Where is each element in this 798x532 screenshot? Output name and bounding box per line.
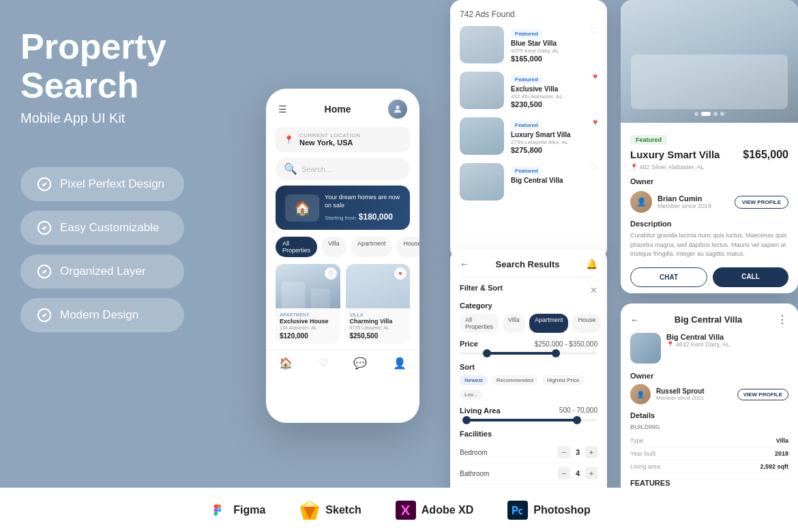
detail2-header: ← Big Central Villa ⋮: [630, 313, 788, 326]
listing-tag-3: Featured: [511, 166, 542, 175]
property-detail-panel: Featured Luxury Smart Villa $165,000 📍 4…: [621, 0, 798, 293]
tab-all-properties[interactable]: All Properties: [276, 237, 317, 257]
sort-newest[interactable]: Newest: [460, 375, 488, 385]
sort-recommended[interactable]: Recommended: [492, 375, 538, 385]
listing-heart-1[interactable]: ♥: [593, 72, 597, 81]
living-slider-right[interactable]: [573, 416, 581, 424]
bathroom-minus[interactable]: −: [558, 467, 570, 479]
home-nav-icon[interactable]: 🏠: [279, 357, 293, 370]
photoshop-icon: [507, 500, 528, 520]
living-area-slider[interactable]: [460, 419, 597, 422]
bathroom-label: Bathroom: [460, 470, 489, 477]
prop-card-name-1: Charming Villa: [350, 318, 407, 325]
chat-button[interactable]: CHAT: [630, 267, 707, 287]
detail2-menu-icon[interactable]: ⋮: [777, 313, 788, 326]
property-card-1[interactable]: ♥ VILLA Charming Villa 4735 Lafayette, A…: [346, 264, 411, 344]
listing-card-2[interactable]: Featured Luxury Smart Villa 2734 Lafayet…: [460, 117, 597, 155]
feature-pill-layer: Organized Layer: [20, 254, 184, 289]
detail2-view-profile-button[interactable]: VIEW PROFILE: [737, 389, 788, 400]
detail2-owner-label: Owner: [630, 372, 788, 380]
listing-card-1[interactable]: Featured Exclusive Villa 432 4th Alabast…: [460, 72, 597, 109]
detail2-owner-row: 👤 Russell Sprout Member since 2021 VIEW …: [630, 384, 788, 404]
location-bar[interactable]: 📍 CURRENT LOCATION New York, USA: [276, 127, 410, 152]
bedroom-facility: Bedroom − 3 +: [460, 442, 597, 463]
detail-address: 📍 482 Silver Alabaster, AL: [630, 164, 788, 171]
cat-all[interactable]: All Properties: [460, 314, 499, 333]
category-label: Category: [460, 301, 597, 310]
detail2-back-icon[interactable]: ←: [630, 314, 640, 325]
favorites-nav-icon[interactable]: ♡: [319, 357, 328, 370]
property-card-0[interactable]: ♡ APARTMENT Exclusive House 134 Alabaste…: [276, 264, 340, 344]
bedroom-minus[interactable]: −: [558, 446, 570, 458]
back-icon[interactable]: ←: [460, 258, 469, 269]
photoshop-label: Photoshop: [533, 504, 591, 516]
listing-heart-3[interactable]: ♡: [590, 163, 597, 173]
bathroom-plus[interactable]: +: [585, 467, 597, 479]
action-buttons: CHAT CALL: [630, 267, 788, 287]
bathroom-facility: Bathroom − 4 +: [460, 463, 597, 484]
user-avatar[interactable]: [388, 100, 407, 119]
owner-row: 👤 Brian Cumin Member since 2019 VIEW PRO…: [630, 191, 788, 213]
detail-property-name: Luxury Smart Villa: [630, 149, 720, 160]
cat-villa[interactable]: Villa: [503, 314, 525, 333]
filter-header: ← Search Results 🔔: [460, 258, 597, 269]
feature-pill-pixel: Pixel Perfext Design: [20, 167, 184, 201]
prop-card-addr-0: 134 Alabaster, AL: [280, 325, 336, 330]
view-profile-button[interactable]: VIEW PROFILE: [735, 196, 788, 209]
price-slider[interactable]: [460, 352, 597, 355]
listing-img-3: [460, 163, 504, 201]
prop-heart-0[interactable]: ♡: [325, 267, 337, 280]
banner-text: Your dream homes are now on sale: [325, 194, 400, 209]
prop-card-type-1: VILLA: [350, 312, 407, 317]
search-bar[interactable]: 🔍 Search...: [276, 158, 410, 180]
phone-header-title: Home: [325, 104, 351, 115]
detail2-owner-name: Russell Sprout: [656, 387, 705, 395]
listings-panel: 742 Ads Found Featured Blue Star Villa 4…: [450, 0, 607, 259]
listing-card-3[interactable]: Featured Big Central Villa ♡: [460, 163, 597, 201]
sub-title: Mobile App UI Kit: [20, 110, 252, 126]
call-button[interactable]: CALL: [713, 267, 788, 287]
messages-nav-icon[interactable]: 💬: [353, 357, 367, 370]
listing-info-2: Featured Luxury Smart Villa 2734 Lafayet…: [511, 117, 586, 154]
profile-nav-icon[interactable]: 👤: [393, 357, 407, 370]
price-section: Price $250,000 - $350,000: [460, 340, 597, 348]
bathroom-counter: − 4 +: [558, 467, 597, 479]
price-slider-left[interactable]: [483, 349, 491, 357]
feature-label-pixel: Pixel Perfext Design: [60, 177, 164, 191]
sort-highest[interactable]: Highest Price: [542, 375, 585, 385]
sort-label: Sort: [460, 363, 597, 371]
listing-tag-1: Featured: [511, 75, 542, 84]
year-value: 2018: [775, 450, 788, 457]
tab-house[interactable]: House: [396, 237, 419, 257]
living-slider-left[interactable]: [462, 416, 471, 424]
prop-card-price-0: $120,000: [280, 332, 336, 340]
bedroom-plus[interactable]: +: [585, 446, 597, 458]
listing-price-2: $275,800: [511, 146, 586, 154]
living-area-label: Living Area: [460, 407, 501, 415]
listing-name-0: Blue Star Villa: [511, 40, 583, 47]
price-slider-right[interactable]: [552, 349, 560, 357]
tab-villa[interactable]: Villa: [321, 237, 346, 257]
sort-lowest[interactable]: Lov...: [460, 389, 482, 400]
bathroom-count: 4: [576, 469, 580, 477]
listing-tag-0: Featured: [511, 29, 542, 38]
listing-heart-0[interactable]: ♡: [590, 26, 597, 35]
listing-name-3: Big Central Villa: [511, 177, 583, 184]
feature-pills-list: Pixel Perfext Design Easy Customizable O…: [20, 167, 252, 332]
check-icon-modern: [37, 308, 52, 323]
adobe-xd-label: Adobe XD: [422, 504, 473, 516]
cat-apartment[interactable]: Apartment: [529, 314, 569, 333]
listing-card-0[interactable]: Featured Blue Star Villa 4375 Kent Dairy…: [460, 26, 597, 63]
facilities-label: Facilities: [460, 430, 597, 438]
detail2-prop-name: Big Central Villa: [666, 333, 730, 341]
figma-icon: [207, 500, 228, 520]
listing-heart-2[interactable]: ♥: [593, 117, 597, 127]
detail2-owner-avatar: 👤: [630, 384, 651, 404]
hamburger-icon[interactable]: ☰: [278, 104, 287, 115]
property-tabs: All Properties Villa Apartment House: [276, 237, 410, 257]
bell-icon[interactable]: 🔔: [586, 258, 597, 269]
tab-apartment[interactable]: Apartment: [351, 237, 393, 257]
prop-card-img-0: ♡: [276, 264, 340, 308]
filter-close-icon[interactable]: ✕: [590, 285, 597, 295]
cat-house[interactable]: House: [572, 314, 601, 333]
